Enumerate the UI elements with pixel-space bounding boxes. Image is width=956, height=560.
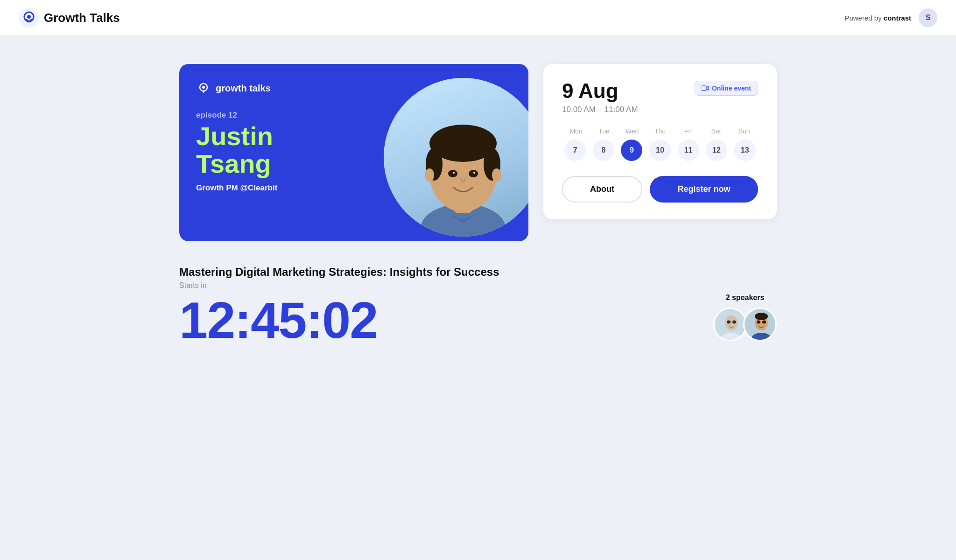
day-label-sat: Sat — [702, 127, 730, 135]
site-title: Growth Talks — [44, 11, 120, 25]
speaker-avatar-2[interactable] — [743, 308, 777, 341]
calendar-day-7[interactable]: 7 — [564, 140, 586, 161]
svg-point-25 — [755, 313, 768, 320]
svg-point-22 — [732, 321, 736, 324]
starts-in-label: Starts in — [179, 281, 499, 290]
event-card-logo-icon — [196, 81, 211, 96]
event-time: 10:00 AM – 11:00 AM — [562, 105, 758, 114]
event-details: Mastering Digital Marketing Strategies: … — [179, 266, 499, 346]
countdown-timer: 12:45:02 — [179, 294, 499, 346]
bottom-section: Mastering Digital Marketing Strategies: … — [179, 266, 777, 346]
speakers-area: 2 speakers — [713, 294, 777, 346]
schedule-top: 9 Aug Online event — [562, 81, 758, 101]
schedule-card: 9 Aug Online event 10:00 AM – 11:00 AM M… — [543, 64, 777, 219]
calendar-day-9[interactable]: 9 — [621, 140, 642, 161]
day-label-thu: Thu — [646, 127, 674, 135]
day-label-fri: Fri — [674, 127, 702, 135]
header-right: Powered by contrast S — [844, 8, 937, 27]
logo-area[interactable]: Growth Talks — [19, 7, 120, 28]
logo-icon — [19, 7, 39, 28]
event-title: Mastering Digital Marketing Strategies: … — [179, 266, 499, 279]
day-label-mon: Mon — [562, 127, 590, 135]
calendar: Mon Tue Wed Thu Fri Sat Sun 7 8 9 10 11 … — [562, 127, 758, 161]
svg-point-21 — [727, 321, 731, 324]
calendar-day-11[interactable]: 11 — [678, 140, 699, 161]
speaker-face-svg — [402, 92, 524, 237]
day-label-tue: Tue — [590, 127, 618, 135]
about-button[interactable]: About — [562, 176, 642, 203]
calendar-day-10[interactable]: 10 — [649, 140, 671, 161]
svg-rect-17 — [702, 86, 706, 91]
svg-point-15 — [425, 168, 434, 182]
svg-point-12 — [453, 172, 455, 174]
register-button[interactable]: Register now — [650, 176, 758, 203]
day-label-wed: Wed — [618, 127, 646, 135]
user-avatar[interactable]: S — [919, 8, 937, 27]
event-date: 9 Aug — [562, 81, 619, 101]
speaker-photo-bg — [384, 78, 528, 237]
speaker-avatar-1[interactable] — [713, 308, 747, 341]
card-buttons: About Register now — [562, 176, 758, 203]
svg-point-19 — [725, 315, 738, 330]
main-content: growth talks episode 12 Justin Tsang Gro… — [151, 36, 805, 364]
calendar-header: Mon Tue Wed Thu Fri Sat Sun — [562, 127, 758, 135]
event-card: growth talks episode 12 Justin Tsang Gro… — [179, 64, 528, 241]
powered-by-text: Powered by contrast — [844, 14, 911, 22]
speakers-count: 2 speakers — [713, 294, 777, 302]
calendar-day-8[interactable]: 8 — [593, 140, 614, 161]
svg-point-28 — [762, 321, 766, 324]
video-icon — [702, 85, 709, 91]
calendar-day-12[interactable]: 12 — [706, 140, 727, 161]
speakers-avatars — [713, 308, 777, 341]
svg-point-2 — [27, 15, 31, 19]
top-section: growth talks episode 12 Justin Tsang Gro… — [179, 64, 777, 241]
speaker-photo — [384, 78, 528, 237]
svg-point-13 — [469, 170, 478, 177]
calendar-days: 7 8 9 10 11 12 13 — [562, 140, 758, 161]
calendar-day-13[interactable]: 13 — [734, 140, 756, 161]
svg-point-4 — [202, 86, 205, 89]
online-badge: Online event — [695, 81, 758, 96]
event-card-brand: growth talks — [216, 83, 271, 94]
svg-point-16 — [492, 168, 501, 182]
svg-point-14 — [473, 172, 475, 174]
header: Growth Talks Powered by contrast S — [0, 0, 956, 36]
day-label-sun: Sun — [730, 127, 758, 135]
svg-point-11 — [448, 170, 457, 177]
svg-point-27 — [757, 321, 760, 324]
